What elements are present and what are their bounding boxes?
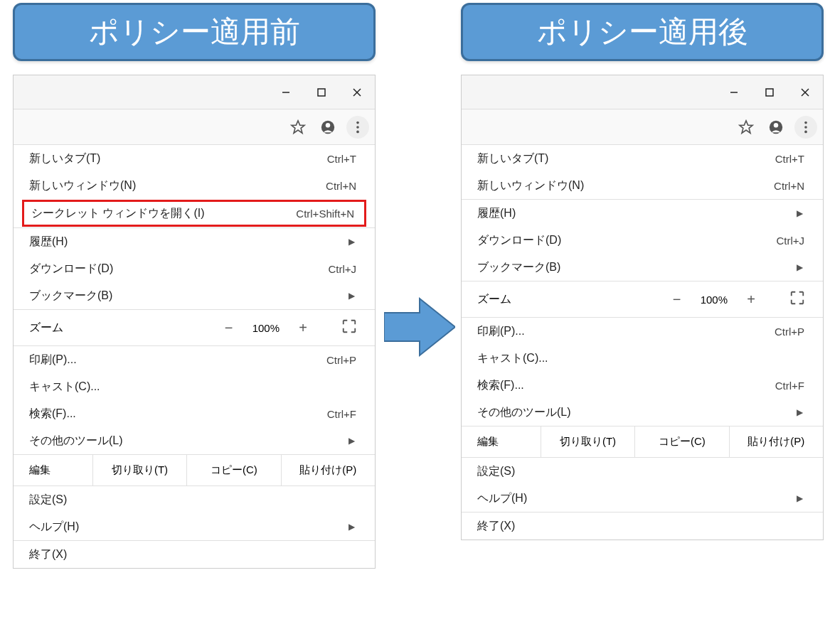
menu-label: ブックマーク(B) bbox=[477, 260, 797, 275]
menu-new-tab[interactable]: 新しいタブ(T) Ctrl+T bbox=[462, 145, 823, 172]
menu-settings[interactable]: 設定(S) bbox=[14, 486, 375, 513]
chevron-right-icon: ▶ bbox=[797, 407, 807, 417]
more-icon[interactable] bbox=[346, 116, 369, 139]
edit-label: 編集 bbox=[462, 426, 541, 457]
menu-history[interactable]: 履歴(H) ▶ bbox=[14, 228, 375, 255]
edit-row: 編集 切り取り(T) コピー(C) 貼り付け(P) bbox=[14, 454, 375, 485]
menu-history[interactable]: 履歴(H) ▶ bbox=[462, 200, 823, 227]
more-icon[interactable] bbox=[794, 116, 817, 139]
menu-shortcut: Ctrl+F bbox=[775, 380, 807, 392]
menu-settings[interactable]: 設定(S) bbox=[462, 458, 823, 485]
star-icon[interactable] bbox=[735, 116, 757, 139]
copy-button[interactable]: コピー(C) bbox=[635, 426, 729, 457]
menu-shortcut: Ctrl+T bbox=[327, 153, 359, 165]
menu-label: ダウンロード(D) bbox=[29, 262, 328, 277]
chevron-right-icon: ▶ bbox=[349, 436, 359, 446]
svg-marker-5 bbox=[292, 120, 304, 132]
menu-shortcut: Ctrl+P bbox=[326, 354, 359, 366]
svg-point-20 bbox=[804, 130, 807, 133]
zoom-value: 100% bbox=[701, 294, 728, 306]
menu-label: 終了(X) bbox=[29, 547, 359, 562]
edit-row: 編集 切り取り(T) コピー(C) 貼り付け(P) bbox=[462, 426, 823, 457]
menu-label: 印刷(P)... bbox=[477, 324, 775, 339]
svg-rect-2 bbox=[318, 89, 325, 96]
toolbar bbox=[14, 109, 375, 145]
menu-new-window[interactable]: 新しいウィンドウ(N) Ctrl+N bbox=[462, 172, 823, 199]
toolbar bbox=[462, 109, 823, 145]
menu-new-window[interactable]: 新しいウィンドウ(N) Ctrl+N bbox=[14, 172, 375, 199]
menu-downloads[interactable]: ダウンロード(D) Ctrl+J bbox=[462, 227, 823, 254]
menu-label: 新しいタブ(T) bbox=[477, 151, 775, 166]
fullscreen-icon[interactable] bbox=[787, 290, 807, 308]
menu-label: 新しいタブ(T) bbox=[29, 151, 327, 166]
close-button[interactable] bbox=[339, 75, 375, 109]
menu-bookmarks[interactable]: ブックマーク(B) ▶ bbox=[462, 254, 823, 281]
svg-point-10 bbox=[356, 130, 359, 133]
menu-new-tab[interactable]: 新しいタブ(T) Ctrl+T bbox=[14, 145, 375, 172]
menu-shortcut: Ctrl+T bbox=[775, 153, 807, 165]
menu-find[interactable]: 検索(F)... Ctrl+F bbox=[462, 372, 823, 399]
menu-before: 新しいタブ(T) Ctrl+T 新しいウィンドウ(N) Ctrl+N シークレッ… bbox=[14, 145, 375, 568]
menu-incognito[interactable]: シークレット ウィンドウを開く(I) Ctrl+Shift+N bbox=[22, 200, 366, 227]
chevron-right-icon: ▶ bbox=[349, 522, 359, 532]
copy-button[interactable]: コピー(C) bbox=[187, 455, 281, 485]
star-icon[interactable] bbox=[287, 116, 309, 139]
menu-shortcut: Ctrl+J bbox=[328, 263, 359, 275]
menu-shortcut: Ctrl+F bbox=[327, 408, 359, 420]
menu-cast[interactable]: キャスト(C)... bbox=[14, 373, 375, 400]
menu-label: 印刷(P)... bbox=[29, 353, 326, 367]
menu-label: 新しいウィンドウ(N) bbox=[29, 178, 326, 193]
arrow-icon bbox=[384, 291, 455, 363]
zoom-in-button[interactable]: + bbox=[295, 320, 311, 336]
maximize-button[interactable] bbox=[304, 75, 339, 109]
menu-label: ヘルプ(H) bbox=[29, 520, 349, 535]
menu-shortcut: Ctrl+J bbox=[776, 235, 807, 247]
zoom-label: ズーム bbox=[477, 292, 669, 307]
user-icon[interactable] bbox=[765, 116, 787, 139]
minimize-button[interactable] bbox=[716, 75, 752, 109]
menu-label: ブックマーク(B) bbox=[29, 289, 349, 304]
svg-point-18 bbox=[804, 121, 807, 124]
menu-exit[interactable]: 終了(X) bbox=[462, 512, 823, 540]
paste-button[interactable]: 貼り付け(P) bbox=[730, 426, 823, 457]
menu-more-tools[interactable]: その他のツール(L) ▶ bbox=[14, 427, 375, 454]
menu-shortcut: Ctrl+Shift+N bbox=[296, 208, 357, 220]
window-controls bbox=[14, 75, 375, 109]
menu-more-tools[interactable]: その他のツール(L) ▶ bbox=[462, 399, 823, 426]
menu-print[interactable]: 印刷(P)... Ctrl+P bbox=[462, 318, 823, 345]
menu-label: 検索(F)... bbox=[29, 407, 327, 422]
close-button[interactable] bbox=[787, 75, 823, 109]
menu-shortcut: Ctrl+N bbox=[774, 180, 807, 192]
menu-label: 新しいウィンドウ(N) bbox=[477, 178, 774, 193]
menu-after: 新しいタブ(T) Ctrl+T 新しいウィンドウ(N) Ctrl+N 履歴(H)… bbox=[462, 145, 823, 540]
user-icon[interactable] bbox=[316, 116, 339, 139]
zoom-in-button[interactable]: + bbox=[743, 291, 759, 308]
chevron-right-icon: ▶ bbox=[797, 493, 807, 503]
fullscreen-icon[interactable] bbox=[339, 318, 359, 337]
maximize-button[interactable] bbox=[752, 75, 787, 109]
svg-point-8 bbox=[356, 121, 359, 124]
menu-downloads[interactable]: ダウンロード(D) Ctrl+J bbox=[14, 255, 375, 282]
menu-label: 設定(S) bbox=[477, 464, 807, 479]
menu-exit[interactable]: 終了(X) bbox=[14, 541, 375, 568]
menu-label: 履歴(H) bbox=[29, 235, 349, 249]
menu-label: ダウンロード(D) bbox=[477, 233, 776, 248]
menu-cast[interactable]: キャスト(C)... bbox=[462, 345, 823, 372]
menu-print[interactable]: 印刷(P)... Ctrl+P bbox=[14, 346, 375, 373]
menu-bookmarks[interactable]: ブックマーク(B) ▶ bbox=[14, 282, 375, 309]
cut-button[interactable]: 切り取り(T) bbox=[541, 426, 635, 457]
svg-marker-0 bbox=[384, 299, 455, 355]
zoom-out-button[interactable]: − bbox=[669, 291, 685, 308]
menu-help[interactable]: ヘルプ(H) ▶ bbox=[462, 485, 823, 512]
zoom-out-button[interactable]: − bbox=[221, 320, 237, 336]
menu-help[interactable]: ヘルプ(H) ▶ bbox=[14, 513, 375, 540]
menu-find[interactable]: 検索(F)... Ctrl+F bbox=[14, 400, 375, 427]
menu-label: キャスト(C)... bbox=[29, 380, 359, 395]
paste-button[interactable]: 貼り付け(P) bbox=[282, 455, 375, 485]
menu-label: 履歴(H) bbox=[477, 206, 797, 221]
edit-label: 編集 bbox=[14, 455, 93, 485]
menu-label: シークレット ウィンドウを開く(I) bbox=[31, 206, 296, 221]
cut-button[interactable]: 切り取り(T) bbox=[93, 455, 187, 485]
minimize-button[interactable] bbox=[268, 75, 304, 109]
menu-label: その他のツール(L) bbox=[477, 405, 797, 420]
